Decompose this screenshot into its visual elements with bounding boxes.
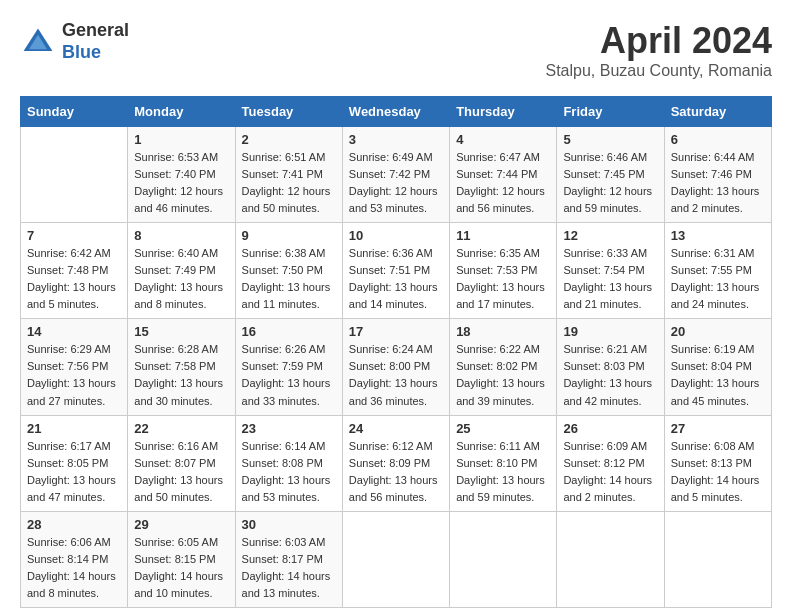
calendar-cell: 16Sunrise: 6:26 AM Sunset: 7:59 PM Dayli…	[235, 319, 342, 415]
day-number: 25	[456, 421, 550, 436]
calendar-cell: 20Sunrise: 6:19 AM Sunset: 8:04 PM Dayli…	[664, 319, 771, 415]
calendar-cell: 26Sunrise: 6:09 AM Sunset: 8:12 PM Dayli…	[557, 415, 664, 511]
logo: General Blue	[20, 20, 129, 63]
weekday-header-sunday: Sunday	[21, 97, 128, 127]
day-info: Sunrise: 6:16 AM Sunset: 8:07 PM Dayligh…	[134, 438, 228, 506]
calendar-cell: 6Sunrise: 6:44 AM Sunset: 7:46 PM Daylig…	[664, 127, 771, 223]
day-info: Sunrise: 6:19 AM Sunset: 8:04 PM Dayligh…	[671, 341, 765, 409]
calendar-cell: 7Sunrise: 6:42 AM Sunset: 7:48 PM Daylig…	[21, 223, 128, 319]
day-number: 24	[349, 421, 443, 436]
day-info: Sunrise: 6:08 AM Sunset: 8:13 PM Dayligh…	[671, 438, 765, 506]
day-number: 22	[134, 421, 228, 436]
location-subtitle: Stalpu, Buzau County, Romania	[546, 62, 773, 80]
day-number: 17	[349, 324, 443, 339]
day-info: Sunrise: 6:51 AM Sunset: 7:41 PM Dayligh…	[242, 149, 336, 217]
day-number: 19	[563, 324, 657, 339]
day-info: Sunrise: 6:28 AM Sunset: 7:58 PM Dayligh…	[134, 341, 228, 409]
logo-blue: Blue	[62, 42, 129, 64]
day-info: Sunrise: 6:40 AM Sunset: 7:49 PM Dayligh…	[134, 245, 228, 313]
calendar-cell: 14Sunrise: 6:29 AM Sunset: 7:56 PM Dayli…	[21, 319, 128, 415]
logo-text: General Blue	[62, 20, 129, 63]
day-number: 12	[563, 228, 657, 243]
day-number: 23	[242, 421, 336, 436]
calendar-cell	[557, 511, 664, 607]
calendar-week-3: 14Sunrise: 6:29 AM Sunset: 7:56 PM Dayli…	[21, 319, 772, 415]
day-info: Sunrise: 6:22 AM Sunset: 8:02 PM Dayligh…	[456, 341, 550, 409]
day-number: 14	[27, 324, 121, 339]
day-number: 29	[134, 517, 228, 532]
calendar-cell: 18Sunrise: 6:22 AM Sunset: 8:02 PM Dayli…	[450, 319, 557, 415]
weekday-header-tuesday: Tuesday	[235, 97, 342, 127]
calendar-cell: 11Sunrise: 6:35 AM Sunset: 7:53 PM Dayli…	[450, 223, 557, 319]
calendar-week-2: 7Sunrise: 6:42 AM Sunset: 7:48 PM Daylig…	[21, 223, 772, 319]
calendar-table: SundayMondayTuesdayWednesdayThursdayFrid…	[20, 96, 772, 608]
weekday-header-wednesday: Wednesday	[342, 97, 449, 127]
day-info: Sunrise: 6:29 AM Sunset: 7:56 PM Dayligh…	[27, 341, 121, 409]
day-number: 8	[134, 228, 228, 243]
day-number: 18	[456, 324, 550, 339]
calendar-cell: 19Sunrise: 6:21 AM Sunset: 8:03 PM Dayli…	[557, 319, 664, 415]
calendar-cell: 29Sunrise: 6:05 AM Sunset: 8:15 PM Dayli…	[128, 511, 235, 607]
calendar-cell	[21, 127, 128, 223]
calendar-week-1: 1Sunrise: 6:53 AM Sunset: 7:40 PM Daylig…	[21, 127, 772, 223]
page-header: General Blue April 2024 Stalpu, Buzau Co…	[20, 20, 772, 80]
day-number: 30	[242, 517, 336, 532]
calendar-cell: 28Sunrise: 6:06 AM Sunset: 8:14 PM Dayli…	[21, 511, 128, 607]
calendar-cell	[342, 511, 449, 607]
day-info: Sunrise: 6:26 AM Sunset: 7:59 PM Dayligh…	[242, 341, 336, 409]
calendar-cell: 12Sunrise: 6:33 AM Sunset: 7:54 PM Dayli…	[557, 223, 664, 319]
calendar-cell	[450, 511, 557, 607]
calendar-cell: 3Sunrise: 6:49 AM Sunset: 7:42 PM Daylig…	[342, 127, 449, 223]
day-number: 2	[242, 132, 336, 147]
day-number: 21	[27, 421, 121, 436]
day-number: 20	[671, 324, 765, 339]
day-info: Sunrise: 6:21 AM Sunset: 8:03 PM Dayligh…	[563, 341, 657, 409]
calendar-header: SundayMondayTuesdayWednesdayThursdayFrid…	[21, 97, 772, 127]
day-info: Sunrise: 6:09 AM Sunset: 8:12 PM Dayligh…	[563, 438, 657, 506]
day-info: Sunrise: 6:44 AM Sunset: 7:46 PM Dayligh…	[671, 149, 765, 217]
calendar-cell: 15Sunrise: 6:28 AM Sunset: 7:58 PM Dayli…	[128, 319, 235, 415]
day-number: 10	[349, 228, 443, 243]
day-info: Sunrise: 6:31 AM Sunset: 7:55 PM Dayligh…	[671, 245, 765, 313]
calendar-cell	[664, 511, 771, 607]
calendar-cell: 8Sunrise: 6:40 AM Sunset: 7:49 PM Daylig…	[128, 223, 235, 319]
day-info: Sunrise: 6:53 AM Sunset: 7:40 PM Dayligh…	[134, 149, 228, 217]
title-section: April 2024 Stalpu, Buzau County, Romania	[546, 20, 773, 80]
calendar-cell: 4Sunrise: 6:47 AM Sunset: 7:44 PM Daylig…	[450, 127, 557, 223]
weekday-header-thursday: Thursday	[450, 97, 557, 127]
weekday-header-row: SundayMondayTuesdayWednesdayThursdayFrid…	[21, 97, 772, 127]
day-info: Sunrise: 6:06 AM Sunset: 8:14 PM Dayligh…	[27, 534, 121, 602]
weekday-header-saturday: Saturday	[664, 97, 771, 127]
day-number: 7	[27, 228, 121, 243]
calendar-cell: 10Sunrise: 6:36 AM Sunset: 7:51 PM Dayli…	[342, 223, 449, 319]
day-number: 13	[671, 228, 765, 243]
day-info: Sunrise: 6:42 AM Sunset: 7:48 PM Dayligh…	[27, 245, 121, 313]
day-number: 4	[456, 132, 550, 147]
weekday-header-monday: Monday	[128, 97, 235, 127]
calendar-cell: 1Sunrise: 6:53 AM Sunset: 7:40 PM Daylig…	[128, 127, 235, 223]
calendar-cell: 5Sunrise: 6:46 AM Sunset: 7:45 PM Daylig…	[557, 127, 664, 223]
day-info: Sunrise: 6:12 AM Sunset: 8:09 PM Dayligh…	[349, 438, 443, 506]
calendar-cell: 25Sunrise: 6:11 AM Sunset: 8:10 PM Dayli…	[450, 415, 557, 511]
month-year-title: April 2024	[546, 20, 773, 62]
day-number: 3	[349, 132, 443, 147]
day-info: Sunrise: 6:38 AM Sunset: 7:50 PM Dayligh…	[242, 245, 336, 313]
calendar-cell: 30Sunrise: 6:03 AM Sunset: 8:17 PM Dayli…	[235, 511, 342, 607]
day-info: Sunrise: 6:49 AM Sunset: 7:42 PM Dayligh…	[349, 149, 443, 217]
day-info: Sunrise: 6:17 AM Sunset: 8:05 PM Dayligh…	[27, 438, 121, 506]
calendar-cell: 27Sunrise: 6:08 AM Sunset: 8:13 PM Dayli…	[664, 415, 771, 511]
day-number: 9	[242, 228, 336, 243]
calendar-cell: 9Sunrise: 6:38 AM Sunset: 7:50 PM Daylig…	[235, 223, 342, 319]
calendar-cell: 24Sunrise: 6:12 AM Sunset: 8:09 PM Dayli…	[342, 415, 449, 511]
day-info: Sunrise: 6:14 AM Sunset: 8:08 PM Dayligh…	[242, 438, 336, 506]
day-number: 28	[27, 517, 121, 532]
calendar-cell: 22Sunrise: 6:16 AM Sunset: 8:07 PM Dayli…	[128, 415, 235, 511]
day-info: Sunrise: 6:36 AM Sunset: 7:51 PM Dayligh…	[349, 245, 443, 313]
day-info: Sunrise: 6:35 AM Sunset: 7:53 PM Dayligh…	[456, 245, 550, 313]
logo-general: General	[62, 20, 129, 42]
day-number: 26	[563, 421, 657, 436]
calendar-cell: 13Sunrise: 6:31 AM Sunset: 7:55 PM Dayli…	[664, 223, 771, 319]
day-number: 16	[242, 324, 336, 339]
day-number: 6	[671, 132, 765, 147]
calendar-cell: 17Sunrise: 6:24 AM Sunset: 8:00 PM Dayli…	[342, 319, 449, 415]
